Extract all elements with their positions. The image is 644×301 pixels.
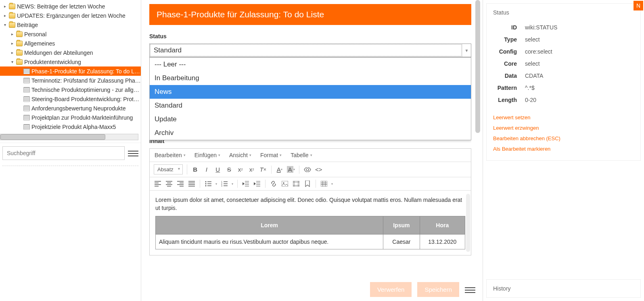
bullet-list-icon[interactable] [204,180,212,188]
text-color-icon[interactable]: A ▾ [276,166,284,174]
tree-doc-item[interactable]: Phase-1-Produkte für Zulassung: To do Li… [0,66,141,76]
action-link[interactable]: Als Bearbeitet markieren [493,146,634,152]
chevron-down-icon[interactable]: ▼ [462,44,471,57]
italic-icon[interactable]: I [203,166,211,174]
tree-view: ▸NEWS: Beiträge der letzten Woche▸UPDATE… [0,0,141,133]
tree-folder-item[interactable]: ▸UPDATES: Ergänzungen der letzen Woche [0,11,141,20]
dropdown-option[interactable]: Archiv [150,126,471,140]
discard-button[interactable]: Verwerfen [370,282,412,297]
action-link[interactable]: Leerwert erzwingen [493,125,634,131]
tree-folder-item[interactable]: ▸Allgemeines [0,39,141,48]
tree-item-label: Terminnotiz: Prüfstand für Zulassung Pha… [31,77,141,84]
tree-item-label: Projektziele Produkt Alpha-Maxx5 [31,124,116,130]
menu-einfügen[interactable]: Einfügen ▾ [194,152,220,158]
tree-toggle-icon[interactable]: ▸ [2,13,7,18]
tree-horizontal-scrollbar[interactable] [0,134,138,140]
tree-toggle-icon[interactable]: ▸ [10,50,15,55]
action-link[interactable]: Bearbeiten abbrechen (ESC) [493,135,634,141]
svg-point-7 [283,183,284,184]
clear-format-icon[interactable]: T× [259,166,267,174]
menu-format[interactable]: Format ▾ [260,152,282,158]
preview-icon[interactable] [303,166,312,174]
indent-icon[interactable] [253,180,261,188]
prop-value: select [521,58,640,70]
tree-toggle-icon[interactable]: ▸ [10,32,15,36]
footer-menu-icon[interactable] [465,286,475,294]
subscript-icon[interactable]: x2 [248,166,256,174]
menu-bearbeiten[interactable]: Bearbeiten ▾ [155,152,186,158]
align-left-icon[interactable] [154,180,162,188]
strikethrough-icon[interactable]: S [225,166,233,174]
tree-doc-item[interactable]: Terminnotiz: Prüfstand für Zulassung Pha… [0,76,141,85]
tree-doc-item[interactable]: Steering-Board Produktentwicklung: Proto… [0,94,141,104]
tree-toggle-icon[interactable]: ▾ [10,60,15,64]
tree-folder-item[interactable]: ▾Beiträge [0,20,141,29]
content-table: LoremIpsumHora Aliquam tincidunt mauris … [155,216,465,249]
bg-color-icon[interactable]: A ▾ [287,166,295,174]
tree-item-label: NEWS: Beiträge der letzten Woche [17,3,105,10]
tree-folder-item[interactable]: ▸NEWS: Beiträge der letzten Woche [0,2,141,11]
property-table: IDwiki:STATUSTypeselectConfigcore:select… [487,21,640,106]
tree-doc-item[interactable]: Projektziele Produkt Alpha-Maxx5 [0,122,141,131]
folder-open-icon [16,59,23,65]
align-center-icon[interactable] [165,180,173,188]
tree-toggle-icon[interactable]: ▾ [2,23,7,27]
table-icon[interactable] [320,180,328,188]
save-button[interactable]: Speichern [417,282,459,297]
tree-toggle-icon[interactable]: ▸ [10,41,15,46]
dropdown-option[interactable]: In Bearbeitung [150,71,471,85]
image-icon[interactable] [281,180,289,188]
tree-doc-item[interactable]: Technische Produktoptimierung - zur allg… [0,85,141,94]
align-right-icon[interactable] [176,180,184,188]
dropdown-option[interactable]: News [150,85,471,99]
prop-key: Pattern [487,82,521,94]
tree-toggle-icon[interactable]: ▸ [2,4,7,8]
align-justify-icon[interactable] [188,180,196,188]
prop-value: core:select [521,46,640,58]
right-panel: N Status IDwiki:STATUSTypeselectConfigco… [483,0,644,301]
history-header[interactable]: History [486,279,641,298]
notification-badge[interactable]: N [634,1,643,10]
search-input[interactable] [2,146,125,160]
underline-icon[interactable]: U [214,166,222,174]
tree-folder-item[interactable]: ▾Produktententwicklung [0,57,141,66]
bookmark-icon[interactable] [303,180,312,188]
link-icon[interactable] [270,180,278,188]
content-scrollbar[interactable] [466,194,470,252]
tree-folder-item[interactable]: ▸Personal [0,29,141,39]
svg-rect-9 [321,181,327,187]
rich-text-editor: Bearbeiten ▾Einfügen ▾Ansicht ▾Format ▾T… [149,148,471,255]
tree-item-label: Beiträge [17,22,38,28]
code-icon[interactable]: <> [315,166,323,174]
table-cell: Aliquam tincidunt mauris eu risus.Vestib… [156,235,383,249]
prop-value: 0-20 [521,94,640,106]
editor-content[interactable]: Lorem ipsum dolor sit amet, consectetuer… [150,191,471,255]
tree-item-label: Allgemeines [24,40,55,47]
prop-value: ^.*$ [521,82,640,94]
menu-tabelle[interactable]: Tabelle ▾ [291,152,312,158]
number-list-icon[interactable]: 123 [220,180,228,188]
bold-icon[interactable]: B [191,166,199,174]
dropdown-option[interactable]: --- Leer --- [150,58,471,71]
tree-doc-item[interactable]: Projektplan zur Produkt-Markteinführung [0,113,141,122]
media-icon[interactable] [292,180,300,188]
main-scrollbar[interactable] [475,0,480,133]
action-links: Leerwert setzenLeerwert erzwingenBearbei… [487,106,640,160]
svg-rect-8 [293,181,299,187]
tree-doc-item[interactable]: Anforderungsbewertung Neuprodukte [0,104,141,113]
format-select[interactable]: Absatz [154,164,183,174]
document-icon [23,96,30,102]
outdent-icon[interactable] [242,180,250,188]
superscript-icon[interactable]: x2 [236,166,245,174]
document-icon [23,69,30,74]
tree-folder-item[interactable]: ▸Meldungen der Abteilungen [0,48,141,57]
action-link[interactable]: Leerwert setzen [493,114,634,120]
dropdown-option[interactable]: Standard [150,99,471,112]
folder-icon [16,31,23,37]
main-panel: Phase-1-Produkte für Zulassung: To do Li… [141,0,483,301]
sidebar-menu-icon[interactable] [128,149,138,157]
dropdown-option[interactable]: Update [150,112,471,126]
status-select[interactable]: Standard ▼ --- Leer ---In BearbeitungNew… [149,44,471,57]
prop-value: wiki:STATUS [521,21,640,33]
menu-ansicht[interactable]: Ansicht ▾ [229,152,251,158]
